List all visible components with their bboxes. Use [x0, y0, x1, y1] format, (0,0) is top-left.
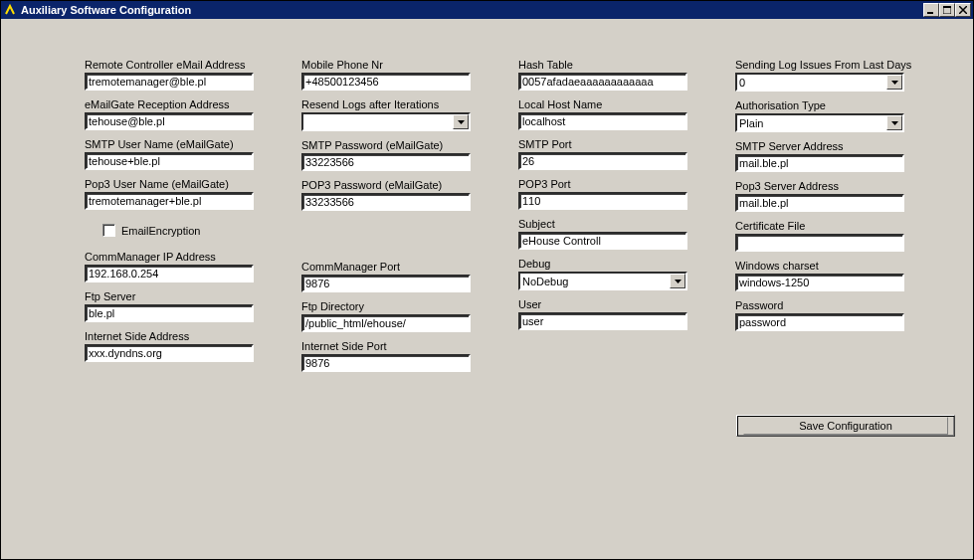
- internet-side-address-input[interactable]: [85, 344, 254, 362]
- maximize-button[interactable]: [939, 3, 955, 17]
- password-label: Password: [735, 299, 906, 311]
- pop3-user-input[interactable]: [85, 192, 254, 210]
- commmanager-ip-label: CommManager IP Address: [85, 251, 256, 263]
- internet-side-address-label: Internet Side Address: [85, 330, 256, 342]
- auth-type-value[interactable]: [737, 115, 886, 130]
- smtp-server-label: SMTP Server Address: [735, 140, 906, 152]
- pop3-port-label: POP3 Port: [518, 178, 689, 190]
- user-input[interactable]: [518, 312, 687, 330]
- mobile-phone-label: Mobile Phone Nr: [301, 59, 473, 71]
- config-window: Auxiliary Software Configuration Remote …: [0, 0, 974, 560]
- internet-side-port-input[interactable]: [301, 354, 471, 372]
- ftp-server-input[interactable]: [85, 304, 254, 322]
- commmanager-port-input[interactable]: [301, 275, 471, 292]
- svg-rect-3: [943, 6, 951, 8]
- smtp-server-input[interactable]: [735, 154, 904, 172]
- smtp-password-label: SMTP Password (eMailGate): [301, 139, 473, 151]
- log-days-label: Sending Log Issues From Last Days: [735, 59, 906, 71]
- subject-input[interactable]: [518, 232, 687, 250]
- chevron-down-icon: [458, 120, 465, 124]
- emailgate-reception-input[interactable]: [85, 112, 254, 130]
- emailgate-reception-label: eMailGate Reception Address: [85, 98, 256, 110]
- remote-controller-email-input[interactable]: [85, 73, 254, 91]
- debug-value[interactable]: [520, 274, 670, 288]
- hash-table-label: Hash Table: [518, 59, 689, 71]
- smtp-user-input[interactable]: [85, 152, 254, 170]
- app-icon: [3, 3, 17, 17]
- windows-charset-input[interactable]: [735, 274, 904, 291]
- column-3: Hash Table Local Host Name SMTP Port POP…: [518, 59, 689, 380]
- log-days-combo[interactable]: [735, 73, 904, 92]
- pop3-password-input[interactable]: [301, 193, 471, 211]
- smtp-port-label: SMTP Port: [518, 138, 689, 150]
- local-host-name-label: Local Host Name: [518, 98, 689, 110]
- pop3-server-input[interactable]: [735, 194, 904, 212]
- column-1: Remote Controller eMail Address eMailGat…: [85, 59, 256, 380]
- debug-combo[interactable]: [518, 272, 687, 290]
- titlebar: Auxiliary Software Configuration: [1, 1, 973, 19]
- svg-rect-1: [927, 12, 933, 14]
- windows-charset-label: Windows charset: [735, 260, 906, 272]
- smtp-user-label: SMTP User Name (eMailGate): [85, 138, 256, 150]
- hash-table-input[interactable]: [518, 73, 687, 91]
- commmanager-ip-input[interactable]: [85, 265, 254, 282]
- mobile-phone-input[interactable]: [301, 73, 471, 91]
- user-label: User: [518, 298, 689, 310]
- column-2: Mobile Phone Nr Resend Logs after Iterat…: [301, 59, 473, 380]
- smtp-password-input[interactable]: [301, 153, 471, 171]
- auth-type-combo[interactable]: [735, 113, 904, 132]
- email-encryption-label: EmailEncryption: [121, 225, 200, 237]
- chevron-down-icon: [675, 280, 682, 283]
- resend-logs-combo[interactable]: [301, 112, 471, 131]
- pop3-server-label: Pop3 Server Address: [735, 180, 906, 192]
- minimize-button[interactable]: [923, 3, 939, 17]
- log-days-value[interactable]: [737, 75, 886, 90]
- certificate-file-input[interactable]: [735, 234, 904, 252]
- pop3-port-input[interactable]: [518, 192, 687, 210]
- password-input[interactable]: [735, 313, 904, 331]
- chevron-down-icon: [891, 81, 898, 85]
- chevron-down-icon: [891, 121, 898, 125]
- pop3-user-label: Pop3 User Name (eMailGate): [85, 178, 256, 190]
- auth-type-label: Authorisation Type: [735, 99, 906, 111]
- smtp-port-input[interactable]: [518, 152, 687, 170]
- debug-dropdown-button[interactable]: [670, 274, 685, 288]
- resend-logs-label: Resend Logs after Iterations: [301, 98, 473, 110]
- resend-logs-dropdown-button[interactable]: [453, 114, 469, 129]
- remote-controller-email-label: Remote Controller eMail Address: [85, 59, 256, 71]
- email-encryption-checkbox[interactable]: [102, 224, 115, 237]
- save-configuration-label: Save Configuration: [743, 417, 948, 435]
- column-4: Sending Log Issues From Last Days Author…: [735, 59, 906, 380]
- auth-type-dropdown-button[interactable]: [886, 115, 902, 130]
- internet-side-port-label: Internet Side Port: [301, 340, 473, 352]
- window-title: Auxiliary Software Configuration: [21, 4, 923, 16]
- ftp-server-label: Ftp Server: [85, 290, 256, 302]
- commmanager-port-label: CommManager Port: [301, 261, 473, 273]
- resend-logs-value[interactable]: [303, 114, 453, 129]
- ftp-directory-label: Ftp Directory: [301, 300, 473, 312]
- client-area: Remote Controller eMail Address eMailGat…: [1, 19, 973, 559]
- local-host-name-input[interactable]: [518, 112, 687, 130]
- pop3-password-label: POP3 Password (eMailGate): [301, 179, 473, 191]
- debug-label: Debug: [518, 258, 689, 270]
- subject-label: Subject: [518, 218, 689, 230]
- close-button[interactable]: [955, 3, 971, 17]
- log-days-dropdown-button[interactable]: [886, 75, 902, 90]
- certificate-file-label: Certificate File: [735, 220, 906, 232]
- save-configuration-button[interactable]: Save Configuration: [736, 415, 955, 437]
- ftp-directory-input[interactable]: [301, 314, 471, 332]
